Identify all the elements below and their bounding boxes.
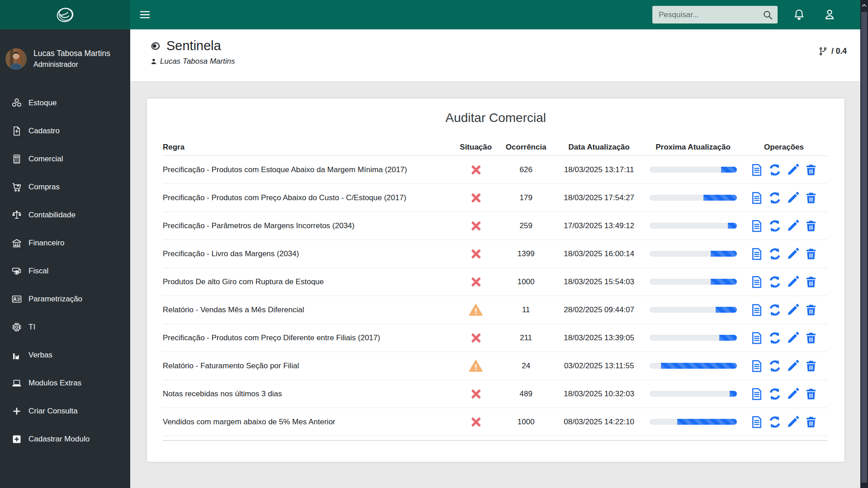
delete-icon[interactable] — [804, 415, 818, 429]
delete-icon[interactable] — [804, 387, 818, 401]
version-info: / 0.4 — [818, 47, 847, 56]
view-report-icon[interactable] — [750, 331, 764, 345]
view-report-icon[interactable] — [750, 303, 764, 317]
view-report-icon[interactable] — [750, 247, 764, 261]
refresh-icon[interactable] — [768, 247, 782, 261]
last-update-timestamp: 17/03/2025 13:49:12 — [552, 221, 646, 230]
view-report-icon[interactable] — [750, 191, 764, 205]
progress-fill — [711, 251, 737, 257]
search-input[interactable] — [652, 10, 762, 19]
view-report-icon[interactable] — [750, 219, 764, 233]
edit-icon[interactable] — [786, 191, 800, 205]
edit-icon[interactable] — [786, 219, 800, 233]
scrollbar-thumb[interactable] — [861, 12, 867, 483]
cpu-icon — [11, 322, 22, 333]
operations-cell — [741, 331, 827, 345]
edit-icon[interactable] — [786, 331, 800, 345]
last-update-timestamp: 08/03/2025 14:22:10 — [552, 418, 646, 427]
delete-icon[interactable] — [804, 359, 818, 373]
file-plus-icon — [11, 126, 22, 136]
version-label: / 0.4 — [831, 47, 847, 56]
delete-icon[interactable] — [804, 247, 818, 261]
search-icon[interactable] — [762, 9, 773, 20]
refresh-icon[interactable] — [768, 387, 782, 401]
refresh-icon[interactable] — [768, 219, 782, 233]
header-user-name: Lucas Tabosa Martins — [160, 57, 235, 66]
refresh-icon[interactable] — [768, 275, 782, 289]
delete-icon[interactable] — [804, 163, 818, 177]
rule-name: Notas recebidas nos últimos 3 dias — [163, 389, 452, 399]
sidebar-item-modulos-extras[interactable]: Modulos Extras — [0, 369, 130, 397]
refresh-icon[interactable] — [768, 415, 782, 429]
refresh-icon[interactable] — [768, 163, 782, 177]
sidebar-item-label: Cadastrar Modulo — [28, 435, 90, 444]
scroll-up-icon[interactable] — [861, 2, 867, 9]
delete-icon[interactable] — [804, 303, 818, 317]
refresh-icon[interactable] — [768, 191, 782, 205]
menu-toggle-icon[interactable] — [138, 8, 151, 21]
refresh-icon[interactable] — [768, 303, 782, 317]
sidebar-item-compras[interactable]: Compras — [0, 173, 130, 201]
delete-icon[interactable] — [804, 331, 818, 345]
edit-icon[interactable] — [786, 275, 800, 289]
sidebar-item-parametrização[interactable]: Parametrização — [0, 285, 130, 313]
bank-icon — [11, 238, 22, 249]
view-report-icon[interactable] — [750, 415, 764, 429]
sidebar-item-label: Fiscal — [28, 267, 48, 276]
user-account-icon[interactable] — [823, 8, 836, 21]
col-ocorrencia: Ocorrência — [500, 143, 552, 152]
last-update-timestamp: 18/03/2025 15:54:03 — [552, 277, 646, 286]
delete-icon[interactable] — [804, 191, 818, 205]
page-scrollbar[interactable] — [860, 0, 868, 488]
view-report-icon[interactable] — [750, 275, 764, 289]
error-x-icon — [470, 416, 482, 428]
rules-table: Regra Situação Ocorrência Data Atualizaç… — [163, 139, 827, 441]
delete-icon[interactable] — [804, 219, 818, 233]
error-x-icon — [470, 332, 482, 344]
table-row: Precificação - Livro das Margens (2034) … — [163, 240, 827, 268]
sidebar-item-cadastrar-modulo[interactable]: Cadastrar Modulo — [0, 425, 130, 453]
cart-plus-icon — [11, 182, 22, 192]
sidebar-item-financeiro[interactable]: Financeiro — [0, 229, 130, 257]
operations-cell — [741, 219, 827, 233]
sidebar-item-fiscal[interactable]: Fiscal — [0, 257, 130, 285]
table-row: Precificação - Produtos com Preço Difere… — [163, 324, 827, 352]
sidebar-item-label: Verbas — [28, 351, 52, 360]
edit-icon[interactable] — [786, 359, 800, 373]
edit-icon[interactable] — [786, 387, 800, 401]
view-report-icon[interactable] — [750, 359, 764, 373]
edit-icon[interactable] — [786, 415, 800, 429]
sidebar-item-criar-consulta[interactable]: Criar Consulta — [0, 397, 130, 425]
progress-fill — [721, 167, 737, 173]
table-header-row: Regra Situação Ocorrência Data Atualizaç… — [163, 139, 827, 156]
sidebar-item-contabilidade[interactable]: Contabilidade — [0, 201, 130, 229]
rule-name: Precificação - Parâmetros de Margens Inc… — [163, 221, 452, 230]
sidebar-user-block[interactable]: Lucas Tabosa Martins Administrador — [0, 29, 130, 70]
sidebar-item-estoque[interactable]: Estoque — [0, 89, 130, 117]
last-update-timestamp: 18/03/2025 13:17:11 — [552, 165, 646, 174]
edit-icon[interactable] — [786, 163, 800, 177]
app-logo-block[interactable] — [0, 0, 130, 29]
notifications-bell-icon[interactable] — [793, 8, 806, 21]
occurrence-count: 11 — [500, 305, 552, 314]
progress-fill — [728, 223, 736, 229]
edit-icon[interactable] — [786, 247, 800, 261]
progress-fill — [677, 419, 736, 425]
col-operacoes: Operações — [741, 143, 827, 152]
next-update-progressbar — [650, 195, 737, 201]
sidebar-item-ti[interactable]: TI — [0, 313, 130, 341]
sidebar-item-comercial[interactable]: Comercial — [0, 145, 130, 173]
edit-icon[interactable] — [786, 303, 800, 317]
operations-cell — [741, 303, 827, 317]
error-x-icon — [470, 248, 482, 260]
refresh-icon[interactable] — [768, 359, 782, 373]
delete-icon[interactable] — [804, 275, 818, 289]
sidebar-item-cadastro[interactable]: Cadastro — [0, 117, 130, 145]
plus-square-icon — [11, 434, 22, 445]
table-row: Precificação - Produtos com Preço Abaixo… — [163, 184, 827, 212]
refresh-icon[interactable] — [768, 331, 782, 345]
sidebar-item-verbas[interactable]: Verbas — [0, 341, 130, 369]
view-report-icon[interactable] — [750, 163, 764, 177]
last-update-timestamp: 03/02/2025 13:11:55 — [552, 361, 646, 371]
view-report-icon[interactable] — [750, 387, 764, 401]
